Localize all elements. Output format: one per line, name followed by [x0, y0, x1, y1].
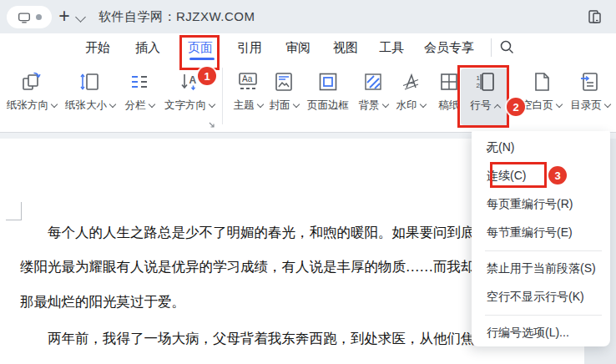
tab-home[interactable]: 开始 — [85, 40, 110, 56]
page-border-button[interactable]: 页面边框 — [302, 68, 354, 125]
menu-separator — [485, 315, 602, 316]
line-number-icon: 12 — [461, 68, 509, 97]
menu-item-restart-each-page[interactable]: 每页重编行号(R) — [472, 190, 610, 219]
wps-writer-window: + 软件自学网：RJZXW.COM 开始 插入 页面 引用 审阅 视图 工具 会… — [0, 0, 616, 364]
toc-page-button[interactable]: 目录页 — [564, 68, 616, 125]
cover-button[interactable]: 封面 — [263, 68, 305, 125]
line-number-menu: ✓ 无(N) 连续(C) 每页重编行号(R) 每节重编行号(E) 禁止用于当前段… — [472, 131, 610, 346]
line-number-button[interactable]: 12 行号 — [461, 68, 509, 125]
paper-size-label: 纸张大小 — [65, 99, 107, 111]
watermark-label: 水印 — [396, 99, 417, 111]
menu-item-line-numbering-options[interactable]: 行编号选项(L)... — [472, 319, 610, 347]
menu-item-label: 行编号选项(L)... — [487, 326, 569, 341]
columns-icon — [119, 68, 160, 97]
check-icon: ✓ — [472, 142, 487, 154]
blank-page-icon — [516, 68, 568, 97]
page-margin-corner-mark — [6, 202, 22, 220]
search-icon[interactable] — [498, 38, 515, 58]
annotation-badge-step1: 1 — [198, 67, 216, 85]
ribbon-tab-bar: 开始 插入 页面 引用 审阅 视图 工具 会员专享 — [0, 33, 616, 63]
tab-reference[interactable]: 引用 — [237, 40, 262, 56]
document-paragraph: 那最灿烂的阳光莫过于爱。 — [20, 293, 185, 311]
tab-list-chevron-icon[interactable] — [75, 12, 86, 23]
document-tab[interactable] — [7, 6, 52, 28]
columns-button[interactable]: 分栏 — [119, 68, 160, 125]
window-title: 软件自学网：RJZXW.COM — [98, 9, 255, 25]
toc-page-label: 目录页 — [570, 99, 602, 111]
menu-item-none[interactable]: ✓ 无(N) — [472, 134, 610, 162]
tab-tools[interactable]: 工具 — [379, 40, 404, 56]
tabbar-separator — [491, 38, 492, 57]
background-button[interactable]: 背景 — [352, 68, 394, 125]
document-paragraph: 每个人的人生之路总是少不了明媚的春光，和煦的暖阳。如果要问到底哪 — [48, 224, 488, 242]
ribbon-group-separator — [222, 68, 223, 124]
cover-label: 封面 — [270, 99, 290, 111]
text-direction-label: 文字方向 — [164, 99, 206, 111]
page-border-icon — [302, 68, 354, 97]
paper-orientation-icon — [2, 68, 62, 97]
grid-paper-label: 稿纸 — [439, 99, 460, 111]
paper-size-icon — [62, 68, 119, 97]
monitor-icon — [17, 10, 32, 25]
ribbon-toolbar: 纸张方向 纸张大小 分栏 A 文字方向 Aa 主题 封面 页面边框 — [0, 63, 616, 132]
annotation-badge-step3: 3 — [548, 166, 567, 185]
paper-size-button[interactable]: 纸张大小 — [62, 68, 119, 125]
annotation-badge-step2: 2 — [507, 98, 525, 116]
paper-orientation-label: 纸张方向 — [7, 99, 48, 111]
menu-item-restart-each-section[interactable]: 每节重编行号(E) — [472, 219, 610, 247]
mobile-device-icon[interactable] — [586, 8, 604, 29]
cover-icon — [263, 68, 305, 97]
svg-text:A: A — [189, 74, 197, 86]
watermark-icon — [389, 68, 432, 97]
background-icon — [352, 68, 394, 97]
background-label: 背景 — [359, 99, 380, 111]
svg-text:1: 1 — [477, 74, 481, 82]
tab-member[interactable]: 会员专享 — [424, 40, 474, 56]
document-paragraph: 缕阳光最为耀眼有人说是优异的学习成绩，有人说是丰厚的物质……而我却认 — [20, 258, 488, 276]
titlebar: + 软件自学网：RJZXW.COM — [0, 0, 616, 33]
paper-orientation-button[interactable]: 纸张方向 — [2, 68, 62, 125]
tab-review[interactable]: 审阅 — [285, 40, 311, 56]
tab-insert[interactable]: 插入 — [135, 40, 160, 56]
blank-page-button[interactable]: 空白页 — [516, 68, 568, 125]
menu-item-skip-blank-lines[interactable]: 空行不显示行号(K) — [472, 283, 610, 311]
menu-item-label: 每节重编行号(E) — [487, 225, 573, 240]
menu-item-label: 每页重编行号(R) — [487, 197, 573, 212]
dialog-launcher-icon[interactable] — [208, 118, 216, 133]
tab-view[interactable]: 视图 — [333, 40, 358, 56]
menu-item-label: 连续(C) — [487, 169, 526, 184]
menu-item-suppress-current-paragraph[interactable]: 禁止用于当前段落(S) — [472, 255, 610, 283]
page-border-label: 页面边框 — [307, 99, 349, 111]
columns-label: 分栏 — [125, 99, 146, 111]
line-number-label: 行号 — [471, 99, 492, 111]
menu-item-label: 禁止用于当前段落(S) — [487, 261, 596, 276]
new-tab-button[interactable]: + — [53, 3, 75, 28]
watermark-button[interactable]: 水印 — [389, 68, 432, 125]
menu-separator — [485, 250, 602, 251]
active-tab-underline — [189, 58, 215, 60]
unsaved-dot-icon — [36, 14, 42, 20]
tab-page[interactable]: 页面 — [188, 40, 213, 56]
menu-item-continuous[interactable]: 连续(C) — [472, 162, 610, 190]
theme-label: 主题 — [234, 99, 255, 111]
toc-page-icon — [564, 68, 616, 97]
menu-item-label: 无(N) — [487, 140, 514, 155]
svg-text:Aa: Aa — [242, 74, 253, 83]
document-paragraph: 两年前，我得了一场大病，父母背着我东奔西跑，到处求医，从他们焦急的 — [48, 330, 502, 348]
svg-text:2: 2 — [477, 82, 481, 89]
menu-item-label: 空行不显示行号(K) — [487, 290, 584, 305]
blank-page-label: 空白页 — [522, 99, 553, 111]
